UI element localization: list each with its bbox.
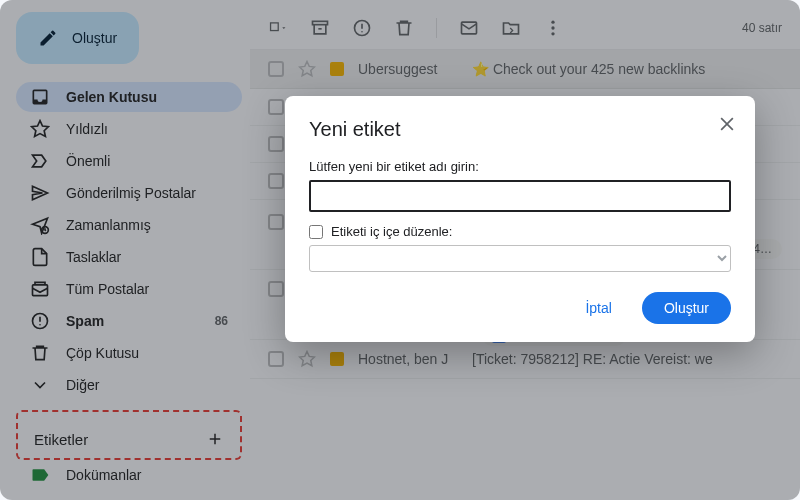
- label-name-input[interactable]: [309, 180, 731, 212]
- new-label-modal: Yeni etiket Lütfen yeni bir etiket adı g…: [285, 96, 755, 342]
- parent-label-select[interactable]: [309, 245, 731, 272]
- nest-label: Etiketi iç içe düzenle:: [331, 224, 452, 239]
- create-button[interactable]: Oluştur: [642, 292, 731, 324]
- modal-title: Yeni etiket: [309, 118, 731, 141]
- cancel-button[interactable]: İptal: [563, 292, 633, 324]
- close-icon[interactable]: [717, 114, 737, 134]
- label-name-prompt: Lütfen yeni bir etiket adı girin:: [309, 159, 731, 174]
- nest-checkbox[interactable]: [309, 225, 323, 239]
